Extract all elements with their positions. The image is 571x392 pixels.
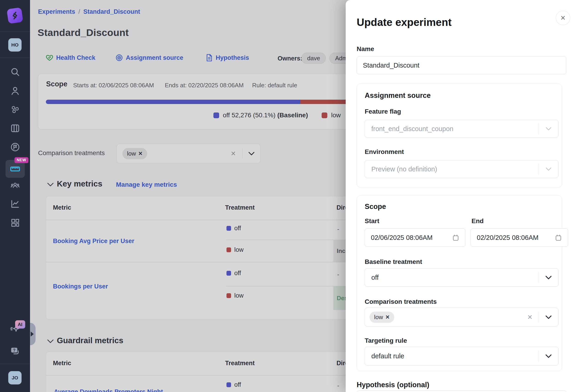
chevron-down-icon[interactable] <box>539 276 558 280</box>
baseline-treatment-select[interactable]: off <box>365 268 558 287</box>
environment-label: Environment <box>365 148 404 155</box>
calendar-icon[interactable] <box>452 234 459 241</box>
environment-select: Preview (no definition) <box>365 160 558 178</box>
chevron-down-icon <box>539 127 558 131</box>
treatment-chip-low[interactable]: low ✕ <box>370 312 394 323</box>
targeting-rule-value: default rule <box>365 352 539 360</box>
workspace-initials: HO <box>11 42 19 48</box>
chevron-down-icon[interactable] <box>539 354 558 358</box>
chevron-down-icon[interactable] <box>539 315 558 319</box>
targeting-rule-label: Targeting rule <box>365 337 407 344</box>
search-icon[interactable] <box>0 67 30 77</box>
start-label: Start <box>365 217 379 225</box>
name-value: Standard_Discount <box>363 62 419 69</box>
user-avatar[interactable]: JO <box>8 371 22 384</box>
sidebar: HO NEW <box>0 0 30 392</box>
end-date-input[interactable]: 02/20/2025 08:06AM <box>471 228 568 247</box>
svg-text:?: ? <box>13 348 15 353</box>
start-date-value: 02/06/2025 08:06AM <box>371 234 452 241</box>
clear-selection-icon[interactable]: ✕ <box>527 313 532 321</box>
hypothesis-textarea[interactable] <box>357 390 567 392</box>
calendar-icon[interactable] <box>555 234 562 241</box>
new-badge: NEW <box>14 157 29 163</box>
sidebar-expand-handle[interactable] <box>30 323 36 345</box>
comparison-treatments-select[interactable]: low ✕ ✕ <box>365 308 558 326</box>
ai-assistant-icon[interactable]: AI <box>0 323 30 335</box>
name-label: Name <box>357 45 374 53</box>
hypothesis-heading: Hypothesis (optional) <box>357 381 429 389</box>
scope-card: Scope Start End 02/06/2025 08:06AM 02/20… <box>357 196 562 371</box>
feature-flag-label: Feature flag <box>365 108 401 115</box>
chevron-right-icon <box>31 332 34 336</box>
environment-value: Preview (no definition) <box>365 165 539 173</box>
dashboards-icon[interactable] <box>0 218 30 228</box>
feature-flag-icon[interactable] <box>0 142 30 152</box>
audiences-people-icon[interactable] <box>0 180 30 191</box>
help-chat-icon[interactable]: ? <box>0 346 30 356</box>
columns-icon[interactable] <box>0 123 30 133</box>
start-date-input[interactable]: 02/06/2025 08:06AM <box>365 228 466 247</box>
segments-hexagons-icon[interactable] <box>0 104 30 114</box>
end-date-value: 02/20/2025 08:06AM <box>477 234 555 241</box>
baseline-treatment-label: Baseline treatment <box>365 258 422 266</box>
workspace-avatar[interactable]: HO <box>8 38 22 52</box>
name-input[interactable]: Standard_Discount <box>357 56 566 74</box>
comparison-treatments-label: Comparison treatments <box>365 298 437 305</box>
user-initials: JO <box>12 375 18 380</box>
experiments-nav-active[interactable]: NEW <box>5 160 25 178</box>
chip-label: low <box>374 314 383 321</box>
assignment-source-card: Assignment source Feature flag front_end… <box>357 84 562 187</box>
targeting-rule-select[interactable]: default rule <box>365 347 558 365</box>
feature-flag-select: front_end_discount_coupon <box>365 120 558 138</box>
ai-badge: AI <box>15 320 25 329</box>
statsig-logo[interactable] <box>7 7 23 24</box>
baseline-treatment-value: off <box>365 274 539 281</box>
assignment-source-heading: Assignment source <box>365 91 431 100</box>
drawer-title: Update experiment <box>357 16 452 28</box>
close-drawer-button[interactable]: ✕ <box>556 11 570 25</box>
ruler-experiments-icon <box>10 163 21 174</box>
chevron-down-icon <box>539 167 558 171</box>
end-label: End <box>471 217 484 225</box>
update-experiment-drawer: Update experiment Name Standard_Discount… <box>346 0 571 392</box>
users-icon[interactable] <box>0 86 30 96</box>
scope-heading: Scope <box>365 203 386 211</box>
chip-remove-icon[interactable]: ✕ <box>385 314 390 320</box>
analytics-chart-icon[interactable] <box>0 199 30 209</box>
feature-flag-value: front_end_discount_coupon <box>365 125 539 133</box>
close-icon: ✕ <box>560 14 566 22</box>
